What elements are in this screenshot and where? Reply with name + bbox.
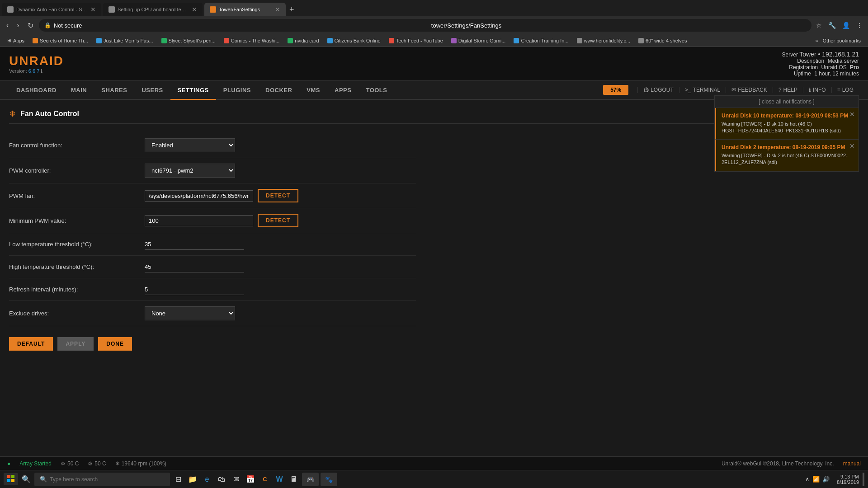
default-button[interactable]: DEFAULT	[9, 337, 53, 351]
browser-tab-2[interactable]: Setting up CPU and board temp... ✕	[103, 3, 203, 16]
nav-plugins[interactable]: PLUGINS	[216, 81, 258, 100]
tab-close-1[interactable]: ✕	[90, 6, 96, 13]
refresh-input[interactable]	[145, 284, 244, 295]
nav-docker[interactable]: DOCKER	[258, 81, 299, 100]
form-row-high-temp: High temperature threshold (°C):	[9, 256, 416, 278]
min-pwm-detect-button[interactable]: DETECT	[258, 214, 298, 227]
version-link[interactable]: 6.6.7	[28, 68, 39, 74]
more-bookmarks-button[interactable]: »	[816, 38, 818, 43]
bookmark-3[interactable]: Slyce: Slysoft's pen...	[158, 37, 219, 44]
bookmark-favicon-youtube	[389, 38, 394, 43]
taskbar-app-1[interactable]: 🎮	[302, 473, 319, 486]
calculator-icon[interactable]: 🖩	[288, 473, 300, 486]
back-button[interactable]: ‹	[4, 19, 11, 31]
min-pwm-input[interactable]	[145, 215, 253, 226]
close-all-notifications[interactable]: [ close all notifications ]	[715, 96, 859, 108]
notification-1-title: Unraid Disk 10 temperature: 08-19-2019 0…	[722, 113, 853, 119]
bookmark-creation[interactable]: Creation Training In...	[510, 37, 572, 44]
chrome-icon[interactable]: C	[259, 473, 271, 486]
bookmark-6[interactable]: Citizens Bank Online	[324, 37, 384, 44]
taskbar-search-input[interactable]	[50, 476, 140, 483]
nav-main[interactable]: MAIN	[64, 81, 94, 100]
forward-button[interactable]: ›	[14, 19, 22, 31]
info-nav-icon: ℹ	[809, 87, 811, 93]
bookmark-2[interactable]: Just Like Mom's Pas...	[93, 37, 157, 44]
manual-link[interactable]: manual	[843, 460, 861, 467]
refresh-button[interactable]: ↻	[25, 19, 36, 32]
description-value: Media server	[828, 58, 859, 64]
address-bar[interactable]: 🔒 Not secure tower/Settings/FanSettings	[39, 19, 811, 32]
bookmark-apps[interactable]: ⊞ Apps	[4, 37, 28, 44]
bookmark-8[interactable]: Digital Storm: Gami...	[448, 37, 509, 44]
bookmark-favicon-11	[638, 38, 644, 43]
browser-tab-1[interactable]: Dynamix Auto Fan Control - Sud... ✕	[2, 3, 101, 16]
taskbar-app-icon-2: 🐾	[325, 476, 333, 483]
nav-vms[interactable]: VMS	[299, 81, 327, 100]
pwm-fan-detect-button[interactable]: DETECT	[258, 189, 298, 202]
tab-close-2[interactable]: ✕	[192, 6, 197, 13]
nav-users[interactable]: USERS	[134, 81, 170, 100]
control-high-temp	[145, 262, 416, 272]
form-row-low-temp: Low temperature threshold (°C):	[9, 233, 416, 256]
search-taskbar-icon[interactable]: 🔍	[20, 473, 33, 486]
bookmark-5[interactable]: nvidia card	[284, 37, 322, 44]
volume-tray-icon[interactable]: 🔊	[822, 476, 830, 483]
info-icon[interactable]: ℹ	[41, 68, 42, 74]
browser-tab-3[interactable]: Tower/FanSettings ✕	[204, 3, 286, 16]
taskbar-right: ∧ 📶 🔊 9:13 PM 8/19/2019	[802, 473, 864, 486]
bookmark-4[interactable]: Comics - The Washi...	[220, 37, 283, 44]
nav-help[interactable]: ? HELP	[773, 87, 803, 93]
notification-2-body: Warning [TOWER] - Disk 2 is hot (46 C) S…	[722, 152, 853, 166]
start-button[interactable]	[4, 473, 18, 485]
tab-close-3[interactable]: ✕	[275, 6, 280, 13]
file-explorer-icon[interactable]: 📁	[186, 473, 199, 486]
fan-control-select[interactable]: Disabled Enabled	[145, 138, 235, 152]
taskbar-clock[interactable]: 9:13 PM 8/19/2019	[837, 474, 859, 485]
bookmark-favicon-10	[577, 38, 582, 43]
tray-up-arrow[interactable]: ∧	[805, 476, 810, 483]
show-desktop-button[interactable]	[863, 473, 864, 486]
done-button[interactable]: DONE	[98, 337, 132, 351]
nav-feedback[interactable]: ✉ FEEDBACK	[726, 87, 773, 93]
bookmark-11[interactable]: 60" wide 4 shelves	[635, 37, 690, 44]
nav-terminal[interactable]: >_ TERMINAL	[679, 87, 726, 93]
calendar-icon[interactable]: 📅	[244, 473, 257, 486]
menu-icon[interactable]: ⋮	[854, 20, 864, 31]
nav-info[interactable]: ℹ INFO	[803, 87, 831, 93]
edge-icon[interactable]: e	[201, 473, 213, 486]
word-icon[interactable]: W	[273, 473, 286, 486]
pwm-fan-input[interactable]	[145, 190, 253, 202]
server-row: Server Tower • 192.168.1.21	[782, 51, 859, 58]
nav-tools[interactable]: TOOLS	[359, 81, 394, 100]
bookmark-youtube[interactable]: Tech Feed - YouTube	[385, 37, 447, 44]
high-temp-input[interactable]	[145, 262, 244, 272]
mail-icon[interactable]: ✉	[230, 473, 242, 486]
nav-log[interactable]: ≡ LOG	[831, 87, 859, 93]
nav-apps[interactable]: APPS	[327, 81, 359, 100]
cpu-usage-bar[interactable]: 57%	[603, 85, 628, 95]
notification-1-close[interactable]: ✕	[849, 111, 855, 118]
notification-2-close[interactable]: ✕	[849, 142, 855, 150]
bookmark-star-icon[interactable]: ☆	[814, 20, 824, 31]
extensions-icon[interactable]: 🔧	[826, 20, 838, 31]
new-tab-button[interactable]: +	[286, 5, 298, 14]
nav-dashboard[interactable]: DASHBOARD	[9, 81, 64, 100]
nav-logout[interactable]: ⏻ LOGOUT	[637, 87, 679, 93]
bookmark-1[interactable]: Secrets of Home Th...	[29, 37, 92, 44]
apply-button[interactable]: APPLY	[57, 337, 94, 351]
nav-settings[interactable]: SETTINGS	[170, 81, 216, 100]
other-bookmarks-link[interactable]: Other bookmarks	[819, 37, 864, 44]
logo: UNRAID	[9, 54, 64, 68]
pwm-controller-select[interactable]: nct6791 - pwm1 nct6791 - pwm2 nct6791 - …	[145, 164, 235, 178]
nav-shares[interactable]: SHARES	[94, 81, 134, 100]
taskbar-app-2[interactable]: 🐾	[321, 473, 337, 486]
low-temp-input[interactable]	[145, 239, 244, 250]
taskbar-search-box[interactable]: 🔍	[34, 473, 170, 486]
store-icon[interactable]: 🛍	[215, 473, 228, 486]
account-icon[interactable]: 👤	[840, 20, 852, 31]
network-tray-icon[interactable]: 📶	[812, 476, 820, 483]
exclude-drives-select[interactable]: None	[145, 306, 235, 320]
task-view-button[interactable]: ⊟	[172, 473, 184, 486]
label-low-temp: Low temperature threshold (°C):	[9, 241, 145, 248]
bookmark-10[interactable]: www.heronfidelity.c...	[573, 37, 634, 44]
